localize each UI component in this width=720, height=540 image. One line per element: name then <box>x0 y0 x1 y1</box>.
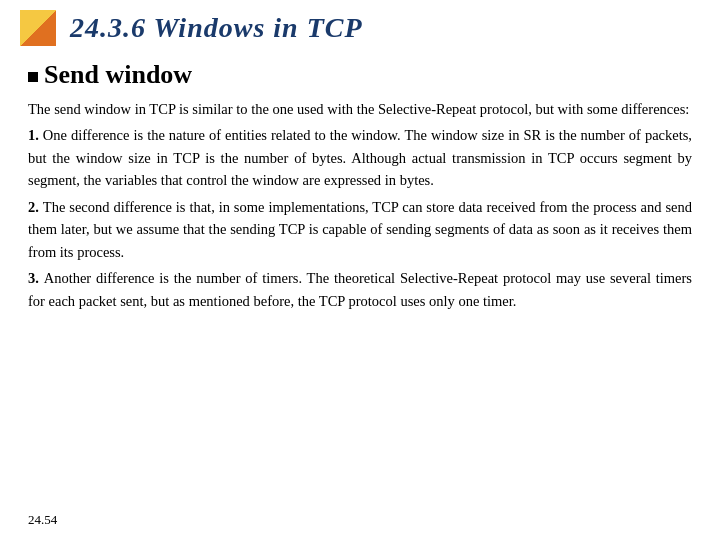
section-title: Send window <box>44 60 192 90</box>
paragraph-1: The send window in TCP is similar to the… <box>28 98 692 120</box>
main-content: Send window The send window in TCP is si… <box>0 54 720 326</box>
footer-label: 24.54 <box>28 512 57 527</box>
paragraph-4: 3. Another difference is the number of t… <box>28 267 692 312</box>
paragraph-2-text: One difference is the nature of entities… <box>28 127 692 188</box>
footer: 24.54 <box>28 512 57 528</box>
paragraph-4-text: Another difference is the number of time… <box>28 270 692 308</box>
label-1: 1. <box>28 127 43 143</box>
body-text: The send window in TCP is similar to the… <box>28 98 692 312</box>
paragraph-2: 1. One difference is the nature of entit… <box>28 124 692 191</box>
label-3: 3. <box>28 270 44 286</box>
bullet-icon <box>28 72 38 82</box>
page-header: 24.3.6 Windows in TCP <box>0 0 720 54</box>
paragraph-3-text: The second difference is that, in some i… <box>28 199 692 260</box>
page-title: 24.3.6 Windows in TCP <box>70 12 363 44</box>
label-2: 2. <box>28 199 43 215</box>
header-icon <box>20 10 56 46</box>
section-heading: Send window <box>28 60 692 90</box>
paragraph-3: 2. The second difference is that, in som… <box>28 196 692 263</box>
